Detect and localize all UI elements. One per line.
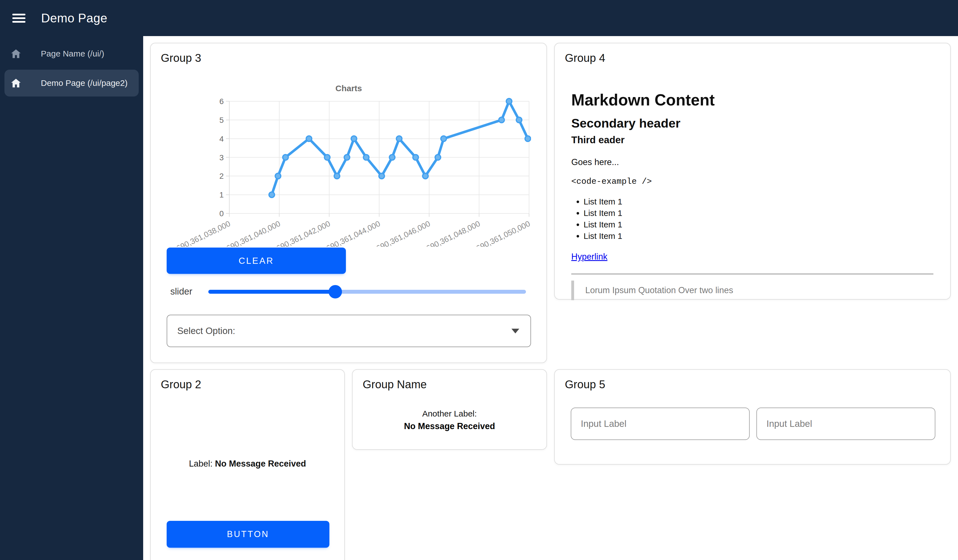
slider-thumb[interactable] [328,285,342,298]
card-group3: Group 3 Charts01234561,690,361,038,0001,… [150,43,547,363]
sidebar-item-label: Demo Page (/ui/page2) [41,78,127,88]
markdown-list: List Item 1 List Item 1 List Item 1 List… [571,196,933,242]
slider-fill [208,290,335,294]
slider[interactable] [208,290,526,294]
divider [571,274,933,274]
card-title: Group 3 [161,52,546,64]
svg-text:4: 4 [219,135,224,143]
svg-text:1,690,361,038,000: 1,690,361,038,000 [169,219,232,247]
list-item: List Item 1 [584,219,933,230]
list-item: List Item 1 [584,196,933,207]
card-title: Group 5 [565,378,950,391]
svg-text:Charts: Charts [335,84,362,93]
card-title: Group 4 [565,52,950,64]
svg-text:1: 1 [219,190,224,199]
sidebar-item-page-name[interactable]: Page Name (/ui/) [5,40,139,67]
svg-text:0: 0 [219,209,224,218]
select-option-dropdown[interactable]: Select Option: [167,315,531,347]
main-content: Group 3 Charts01234561,690,361,038,0001,… [143,36,958,560]
app-title: Demo Page [41,11,107,25]
svg-text:3: 3 [219,153,224,162]
card-group5: Group 5 [554,369,951,465]
another-label: Another Label: [353,409,546,419]
message-value: No Message Received [215,459,306,468]
svg-text:5: 5 [219,116,224,124]
svg-text:2: 2 [219,172,224,181]
list-item: List Item 1 [584,207,933,219]
select-label: Select Option: [177,325,235,336]
markdown-h2: Secondary header [571,116,933,130]
button[interactable]: BUTTON [167,521,329,548]
card-title: Group Name [363,378,546,391]
input-field-1[interactable] [571,408,750,440]
card-title: Group 2 [161,378,344,391]
markdown-h3: Third eader [571,134,933,146]
code-snippet: <code-example /> [571,177,933,186]
list-item: List Item 1 [584,230,933,242]
markdown-h1: Markdown Content [571,91,933,108]
card-group4: Group 4 Markdown Content Secondary heade… [554,43,951,300]
message-label-row: Label: No Message Received [151,459,344,469]
input-row [571,408,935,440]
markdown-paragraph: Goes here... [571,157,933,167]
line-chart: Charts01234561,690,361,038,0001,690,361,… [167,79,531,247]
sidebar-item-demo-page[interactable]: Demo Page (/ui/page2) [5,70,139,97]
sidebar-item-label: Page Name (/ui/) [41,49,104,59]
slider-label: slider [170,286,192,297]
message-value: No Message Received [353,421,546,432]
chevron-down-icon [511,329,519,333]
menu-icon[interactable] [12,12,25,25]
quotation: Lorum Ipsum Quotation Over two lines [571,281,933,300]
sidebar: Page Name (/ui/) Demo Page (/ui/page2) [0,36,143,560]
hyperlink[interactable]: Hyperlink [571,252,607,262]
top-navbar: Demo Page [0,0,958,36]
card-group-name: Group Name Another Label: No Message Rec… [352,369,547,450]
svg-text:6: 6 [219,97,224,106]
input-field-2[interactable] [757,408,935,440]
home-icon [11,79,21,87]
home-icon [11,49,21,58]
markdown-content: Markdown Content Secondary header Third … [571,91,933,300]
card-group2: Group 2 Label: No Message Received BUTTO… [150,369,345,560]
label-prefix: Label: [189,459,213,468]
clear-button[interactable]: CLEAR [167,247,346,274]
